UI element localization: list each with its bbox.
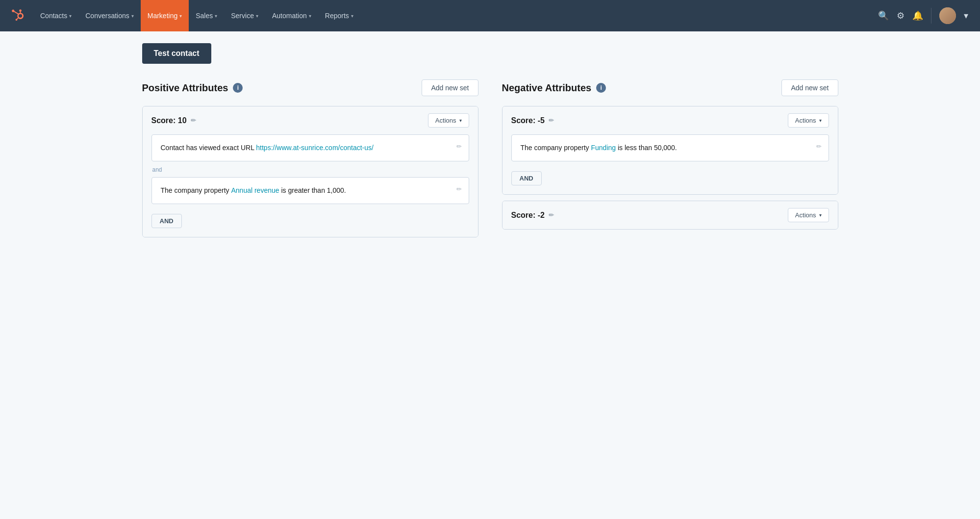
negative-actions-button-2[interactable]: Actions ▾ <box>788 208 829 222</box>
negative-actions-chevron-icon-1: ▾ <box>819 118 822 123</box>
negative-actions-chevron-icon-2: ▾ <box>819 212 822 218</box>
negative-rules-area-1: The company property Funding is less tha… <box>503 134 838 194</box>
actions-chevron-icon: ▾ <box>459 118 462 123</box>
attributes-columns: Positive Attributes i Add new set Score:… <box>142 79 838 243</box>
chevron-down-icon: ▾ <box>351 13 353 19</box>
positive-add-new-set-button[interactable]: Add new set <box>422 79 478 96</box>
chevron-down-icon: ▾ <box>179 13 182 19</box>
negative-section-header: Negative Attributes i Add new set <box>502 79 838 96</box>
rule-link-funding[interactable]: Funding <box>591 144 616 152</box>
negative-score-label-1: Score: -5 ✏ <box>511 116 554 125</box>
negative-score-label-2: Score: -2 ✏ <box>511 211 554 220</box>
chevron-down-icon: ▾ <box>309 13 311 19</box>
nav-divider <box>931 8 931 24</box>
rule-edit-icon-2[interactable]: ✏ <box>456 184 462 194</box>
chevron-down-icon: ▾ <box>256 13 258 19</box>
positive-and-button-1[interactable]: AND <box>151 214 182 228</box>
negative-score-set-1: Score: -5 ✏ Actions ▾ The company proper… <box>502 106 838 195</box>
account-chevron[interactable]: ▾ <box>964 10 968 21</box>
negative-actions-button-1[interactable]: Actions ▾ <box>788 113 829 128</box>
positive-score-set-1: Score: 10 ✏ Actions ▾ Contact has viewed… <box>142 106 478 237</box>
nav-items: Contacts ▾ Conversations ▾ Marketing ▾ S… <box>33 0 878 31</box>
chevron-down-icon: ▾ <box>215 13 217 19</box>
positive-score-label-1: Score: 10 ✏ <box>151 116 196 125</box>
nav-item-automation[interactable]: Automation ▾ <box>265 0 318 31</box>
rule-link-annual-revenue[interactable]: Annual revenue <box>231 186 279 194</box>
chevron-down-icon: ▾ <box>69 13 72 19</box>
nav-right: 🔍 ⚙ 🔔 ▾ <box>878 7 972 24</box>
positive-rule-card-1: Contact has viewed exact URL https://www… <box>151 134 469 161</box>
navbar: Contacts ▾ Conversations ▾ Marketing ▾ S… <box>0 0 980 31</box>
nav-item-contacts[interactable]: Contacts ▾ <box>33 0 78 31</box>
notifications-button[interactable]: 🔔 <box>912 10 923 21</box>
positive-section-title: Positive Attributes <box>142 82 228 94</box>
nav-item-reports[interactable]: Reports ▾ <box>318 0 360 31</box>
positive-attributes-section: Positive Attributes i Add new set Score:… <box>142 79 478 243</box>
page-title-button[interactable]: Test contact <box>142 43 211 64</box>
nav-item-marketing[interactable]: Marketing ▾ <box>141 0 189 31</box>
negative-score-set-2: Score: -2 ✏ Actions ▾ <box>502 201 838 230</box>
avatar[interactable] <box>939 7 956 24</box>
page-container: Test contact Positive Attributes i Add n… <box>123 31 858 255</box>
hubspot-logo[interactable] <box>8 5 29 26</box>
negative-rule-card-1: The company property Funding is less tha… <box>511 134 829 161</box>
negative-score-edit-icon-2[interactable]: ✏ <box>549 211 554 219</box>
negative-section-title: Negative Attributes <box>502 82 592 94</box>
negative-info-icon[interactable]: i <box>596 83 606 93</box>
negative-rule-edit-icon-1[interactable]: ✏ <box>816 142 822 152</box>
nav-item-sales[interactable]: Sales ▾ <box>189 0 224 31</box>
settings-button[interactable]: ⚙ <box>897 10 905 21</box>
negative-score-header-1: Score: -5 ✏ Actions ▾ <box>503 106 838 134</box>
positive-section-header: Positive Attributes i Add new set <box>142 79 478 96</box>
negative-and-button-1[interactable]: AND <box>511 171 542 185</box>
rule-link-url[interactable]: https://www.at-sunrice.com/contact-us/ <box>256 144 374 152</box>
negative-add-new-set-button[interactable]: Add new set <box>781 79 838 96</box>
positive-score-header-1: Score: 10 ✏ Actions ▾ <box>143 106 478 134</box>
negative-score-header-2: Score: -2 ✏ Actions ▾ <box>503 201 838 229</box>
search-button[interactable]: 🔍 <box>878 10 889 21</box>
positive-actions-button-1[interactable]: Actions ▾ <box>428 113 469 128</box>
rule-edit-icon-1[interactable]: ✏ <box>456 142 462 152</box>
positive-title-group: Positive Attributes i <box>142 82 243 94</box>
positive-info-icon[interactable]: i <box>233 83 243 93</box>
chevron-down-icon: ▾ <box>131 13 134 19</box>
positive-rule-card-2: The company property Annual revenue is g… <box>151 177 469 204</box>
negative-title-group: Negative Attributes i <box>502 82 606 94</box>
and-connector: and <box>151 166 469 173</box>
avatar-image <box>939 7 956 24</box>
negative-score-edit-icon-1[interactable]: ✏ <box>549 117 554 124</box>
negative-attributes-section: Negative Attributes i Add new set Score:… <box>502 79 838 243</box>
positive-rules-area-1: Contact has viewed exact URL https://www… <box>143 134 478 237</box>
nav-item-conversations[interactable]: Conversations ▾ <box>78 0 141 31</box>
nav-item-service[interactable]: Service ▾ <box>224 0 265 31</box>
score-edit-icon[interactable]: ✏ <box>191 117 196 124</box>
